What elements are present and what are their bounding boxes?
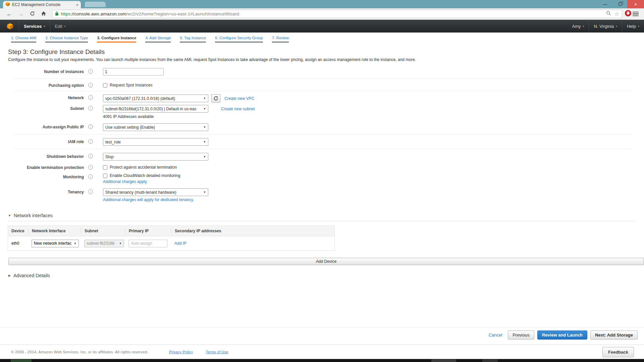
step-tag-instance[interactable]: 5. Tag Instance [180, 36, 206, 43]
step-choose-instance-type[interactable]: 2. Choose Instance Type [45, 36, 88, 43]
copyright-text: © 2008 - 2014, Amazon Web Services, Inc.… [11, 350, 148, 354]
forward-icon[interactable]: → [18, 11, 24, 17]
number-of-instances-input[interactable] [103, 68, 164, 75]
browser-toolbar: ← → https://console.aws.amazon.com/ec2/v… [0, 8, 644, 20]
chevron-down-icon: ▾ [616, 25, 617, 28]
stop-extension-icon[interactable] [625, 10, 631, 18]
chevron-down-icon: ▾ [583, 25, 584, 28]
advanced-details-title: Advanced Details [13, 273, 50, 278]
help-menu[interactable]: Help▾ [622, 24, 644, 29]
step-choose-ami[interactable]: 1. Choose AMI [11, 36, 36, 43]
home-icon[interactable] [41, 11, 46, 17]
cancel-link[interactable]: Cancel [489, 333, 502, 338]
termination-protection-label: Enable termination protection [0, 164, 84, 170]
termination-protection-checkbox[interactable] [103, 165, 107, 170]
previous-button[interactable]: Previous [508, 330, 534, 340]
info-icon[interactable]: i [88, 83, 93, 87]
tenancy-select[interactable]: Shared tenancy (multi-tenant hardware)▼ [103, 188, 208, 196]
dropdown-arrow-icon: ▼ [203, 155, 206, 158]
window-restore-icon[interactable] [612, 0, 627, 8]
network-interfaces-section-header[interactable]: ▼ Network interfaces [8, 213, 636, 221]
purchasing-option-label: Purchasing option [0, 82, 84, 88]
feedback-button[interactable]: Feedback [602, 347, 634, 357]
chevron-down-icon: ▾ [44, 25, 45, 28]
search-icon[interactable] [606, 11, 611, 17]
privacy-policy-link[interactable]: Privacy Policy [169, 350, 193, 354]
aws-favicon [5, 2, 10, 8]
taskbar-strip [0, 359, 644, 362]
reload-icon[interactable] [30, 11, 35, 17]
region-menu[interactable]: N. Virginia▾ [589, 24, 622, 29]
info-icon[interactable]: i [88, 95, 93, 100]
info-icon[interactable]: i [88, 165, 93, 170]
review-and-launch-button[interactable]: Review and Launch [537, 330, 587, 340]
step-add-storage[interactable]: 4. Add Storage [145, 36, 171, 43]
primary-ip-input[interactable] [128, 240, 167, 247]
configure-instance-form: Number of instances i Purchasing option … [0, 66, 644, 204]
shutdown-behavior-select[interactable]: Stop▼ [103, 153, 208, 161]
aws-nav-bar: Services▾ Edit▾ Amy▾ N. Virginia▾ Help▾ [0, 20, 644, 33]
interface-select[interactable]: New network interfac▼ [32, 240, 79, 247]
dropdown-arrow-icon: ▼ [203, 97, 206, 100]
new-tab-button[interactable] [85, 2, 106, 7]
info-icon[interactable]: i [88, 174, 93, 179]
services-menu[interactable]: Services▾ [19, 24, 50, 29]
tab-close-icon[interactable]: × [76, 3, 78, 7]
monitoring-charges-link[interactable]: Additional charges apply. [103, 179, 180, 184]
create-new-subnet-link[interactable]: Create new subnet [221, 107, 255, 111]
browser-tab[interactable]: EC2 Management Console × [3, 1, 81, 8]
add-ip-link[interactable]: Add IP [174, 241, 186, 246]
col-primary-ip: Primary IP [125, 228, 171, 234]
advanced-details-section-header[interactable]: ▶ Advanced Details [8, 273, 644, 278]
dropdown-arrow-icon: ▼ [119, 242, 122, 245]
info-icon[interactable]: i [88, 189, 93, 194]
window-close-icon[interactable]: × [627, 0, 644, 8]
wizard-actions: Cancel Previous Review and Launch Next: … [0, 327, 644, 340]
refresh-vpc-button[interactable] [211, 94, 220, 103]
aws-logo[interactable] [0, 23, 19, 29]
network-interfaces-table: Device Network Interface Subnet Primary … [8, 226, 335, 251]
info-icon[interactable]: i [88, 124, 93, 129]
request-spot-instances-checkbox[interactable] [103, 83, 107, 87]
add-device-button[interactable]: Add Device [8, 258, 644, 265]
info-icon[interactable]: i [88, 69, 93, 74]
step-configure-security-group[interactable]: 6. Configure Security Group [215, 36, 263, 43]
subnet-select[interactable]: subnet-fb2316bd(172.31.0.0/20) | Default… [103, 105, 208, 113]
shutdown-behavior-label: Shutdown behavior [0, 153, 84, 159]
bookmark-star-icon[interactable]: ☆ [614, 11, 619, 17]
cloudwatch-monitoring-checkbox-label: Enable CloudWatch detailed monitoring [110, 173, 180, 178]
cloudwatch-monitoring-checkbox[interactable] [103, 174, 107, 178]
row-subnet-select[interactable]: subnet-fb2316b▼ [84, 240, 124, 247]
request-spot-instances-label: Request Spot Instances [110, 83, 152, 87]
browser-menu-icon[interactable] [633, 12, 639, 16]
network-select[interactable]: vpc-0250a067 (172.31.0.0/16) (default)▼ [103, 95, 208, 102]
divider [13, 134, 632, 134]
iam-role-select[interactable]: test_role▼ [103, 138, 208, 146]
info-icon[interactable]: i [88, 139, 93, 144]
back-icon[interactable]: ← [6, 11, 12, 17]
device-name: eth0 [8, 241, 28, 246]
info-icon[interactable]: i [88, 154, 93, 159]
number-of-instances-label: Number of instances [0, 68, 84, 74]
triangle-right-icon: ▶ [8, 274, 11, 277]
info-icon[interactable]: i [88, 106, 93, 111]
col-subnet: Subnet [81, 228, 125, 234]
browser-tab-bar: EC2 Management Console × — × [0, 0, 644, 8]
col-secondary-ip: Secondary IP addresses [171, 228, 334, 234]
next-add-storage-button[interactable]: Next: Add Storage [590, 330, 638, 340]
url-bar[interactable]: https://console.aws.amazon.com/ec2/v2/ho… [52, 10, 622, 18]
edit-menu[interactable]: Edit▾ [50, 24, 70, 29]
terms-of-use-link[interactable]: Terms of Use [206, 350, 228, 354]
tenancy-charges-link[interactable]: Additional charges will apply for dedica… [103, 197, 208, 202]
step-review[interactable]: 7. Review [272, 36, 289, 43]
window-minimize-icon[interactable]: — [598, 0, 612, 8]
auto-assign-public-ip-label: Auto-assign Public IP [0, 123, 84, 129]
triangle-down-icon: ▼ [8, 214, 11, 217]
auto-assign-public-ip-select[interactable]: Use subnet setting (Enable)▼ [103, 123, 208, 131]
subnet-label: Subnet [0, 105, 84, 111]
step-configure-instance[interactable]: 3. Configure Instance [97, 36, 136, 43]
taskbar-item [431, 359, 456, 362]
dropdown-arrow-icon: ▼ [203, 191, 206, 194]
create-new-vpc-link[interactable]: Create new VPC [224, 96, 254, 101]
user-menu[interactable]: Amy▾ [567, 24, 589, 29]
